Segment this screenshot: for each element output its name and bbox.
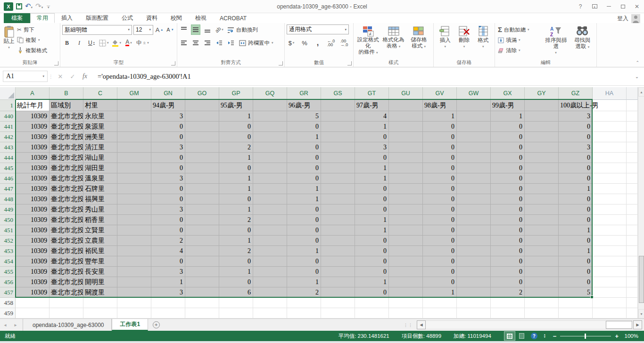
cell-GN449[interactable]: 3 xyxy=(151,204,185,215)
cell-C459[interactable] xyxy=(83,308,117,318)
cell-GT446[interactable]: 1 xyxy=(355,173,389,184)
cell-GO1[interactable] xyxy=(185,100,219,111)
cell-GU456[interactable] xyxy=(389,277,423,287)
cell-GS457[interactable] xyxy=(321,287,355,298)
cell-GW454[interactable] xyxy=(457,256,491,267)
cell-A450[interactable]: 10309 xyxy=(16,215,50,225)
customize-qat-button[interactable]: —▾ xyxy=(47,5,50,8)
cell-partial-442[interactable] xyxy=(627,132,638,142)
cell-GT454[interactable]: 0 xyxy=(355,256,389,267)
fill-color-button[interactable]: ▾ xyxy=(112,38,122,48)
cell-GS455[interactable] xyxy=(321,267,355,277)
cell-GM440[interactable] xyxy=(117,111,151,122)
cell-B448[interactable]: 臺北市北投區 xyxy=(50,194,83,204)
find-select-button[interactable]: 尋找與選取 ▾ xyxy=(570,24,594,59)
cell-GO452[interactable] xyxy=(185,236,219,246)
cell-GO457[interactable] xyxy=(185,287,219,298)
cell-GV445[interactable]: 0 xyxy=(423,163,457,173)
cell-C449[interactable]: 秀山里 xyxy=(83,204,117,215)
cell-GZ456[interactable]: 0 xyxy=(559,277,593,287)
cell-partial-450[interactable] xyxy=(627,215,638,225)
cell-GT444[interactable]: 0 xyxy=(355,153,389,163)
cell-GO444[interactable] xyxy=(185,153,219,163)
cell-HA447[interactable] xyxy=(593,184,627,194)
cell-GW455[interactable] xyxy=(457,267,491,277)
undo-button[interactable]: ↶▾ xyxy=(25,3,33,10)
cell-C451[interactable]: 立賢里 xyxy=(83,225,117,236)
cell-GT440[interactable]: 4 xyxy=(355,111,389,122)
cell-GY451[interactable] xyxy=(525,225,559,236)
cell-GR451[interactable]: 0 xyxy=(287,225,321,236)
column-header-GR[interactable]: GR xyxy=(287,87,321,100)
scroll-up-button[interactable]: ▲ xyxy=(638,87,644,97)
cell-GP451[interactable]: 0 xyxy=(219,225,253,236)
cell-A455[interactable]: 10309 xyxy=(16,267,50,277)
cell-B453[interactable]: 臺北市北投區 xyxy=(50,246,83,256)
cell-GN453[interactable]: 4 xyxy=(151,246,185,256)
cell-HA453[interactable] xyxy=(593,246,627,256)
cell-B443[interactable]: 臺北市北投區 xyxy=(50,142,83,153)
cell-GQ443[interactable] xyxy=(253,142,287,153)
cell-GP446[interactable]: 1 xyxy=(219,173,253,184)
cell-GM458[interactable] xyxy=(117,298,151,308)
cell-GX448[interactable]: 0 xyxy=(491,194,525,204)
column-header-B[interactable]: B xyxy=(50,87,83,100)
tab-資料[interactable]: 資料 xyxy=(140,13,164,23)
cell-GQ453[interactable] xyxy=(253,246,287,256)
cell-GV443[interactable]: 0 xyxy=(423,142,457,153)
merge-center-button[interactable]: 跨欄置中▾ xyxy=(238,38,274,48)
format-cells-button[interactable]: 格式▾ xyxy=(474,24,493,59)
help-button[interactable]: ? xyxy=(573,0,587,13)
cell-GY1[interactable] xyxy=(525,100,559,111)
cell-GZ442[interactable]: 0 xyxy=(559,132,593,142)
save-icon[interactable] xyxy=(16,3,22,9)
cell-C447[interactable]: 石牌里 xyxy=(83,184,117,194)
cell-HA457[interactable] xyxy=(593,287,627,298)
cell-GZ448[interactable]: 0 xyxy=(559,194,593,204)
cell-GT452[interactable]: 0 xyxy=(355,236,389,246)
cell-GS459[interactable] xyxy=(321,308,355,318)
cell-GX446[interactable]: 0 xyxy=(491,173,525,184)
cell-GV448[interactable]: 0 xyxy=(423,194,457,204)
cell-GN456[interactable]: 1 xyxy=(151,277,185,287)
column-header-GU[interactable]: GU xyxy=(389,87,423,100)
grow-font-button[interactable]: A▲ xyxy=(155,24,164,35)
cell-GM453[interactable] xyxy=(117,246,151,256)
cell-A447[interactable]: 10309 xyxy=(16,184,50,194)
cell-GR457[interactable]: 2 xyxy=(287,287,321,298)
restore-button[interactable] xyxy=(616,0,630,13)
cell-HA451[interactable] xyxy=(593,225,627,236)
font-name-combobox[interactable]: 新細明體▾ xyxy=(62,25,132,35)
clear-button[interactable]: 清除▾ xyxy=(497,45,542,56)
cell-GQ442[interactable] xyxy=(253,132,287,142)
cell-HA442[interactable] xyxy=(593,132,627,142)
cell-GN457[interactable]: 3 xyxy=(151,287,185,298)
cell-C452[interactable]: 立農里 xyxy=(83,236,117,246)
cell-GS449[interactable] xyxy=(321,204,355,215)
clipboard-dialog-launcher[interactable] xyxy=(54,61,58,65)
cell-GW445[interactable] xyxy=(457,163,491,173)
cell-GY453[interactable] xyxy=(525,246,559,256)
cell-GS442[interactable] xyxy=(321,132,355,142)
column-header-GX[interactable]: GX xyxy=(491,87,525,100)
cell-GV458[interactable] xyxy=(423,298,457,308)
horizontal-scrollbar-track[interactable] xyxy=(426,320,633,329)
column-header-HA[interactable]: HA xyxy=(593,87,627,100)
cell-GS443[interactable] xyxy=(321,142,355,153)
cell-GZ450[interactable]: 0 xyxy=(559,215,593,225)
page-break-preview-button[interactable]: ? xyxy=(528,331,540,341)
cell-A456[interactable]: 10309 xyxy=(16,277,50,287)
cell-HA449[interactable] xyxy=(593,204,627,215)
cell-GR455[interactable]: 0 xyxy=(287,267,321,277)
cell-GO453[interactable] xyxy=(185,246,219,256)
cell-HA445[interactable] xyxy=(593,163,627,173)
row-header-452[interactable]: 452 xyxy=(0,236,16,246)
zoom-in-button[interactable]: + xyxy=(611,333,622,340)
cell-B456[interactable]: 臺北市北投區 xyxy=(50,277,83,287)
cell-GM442[interactable] xyxy=(117,132,151,142)
cell-GN459[interactable] xyxy=(151,308,185,318)
cell-partial-445[interactable] xyxy=(627,163,638,173)
cell-GU450[interactable] xyxy=(389,215,423,225)
cell-HA441[interactable] xyxy=(593,122,627,132)
cell-partial-453[interactable] xyxy=(627,246,638,256)
